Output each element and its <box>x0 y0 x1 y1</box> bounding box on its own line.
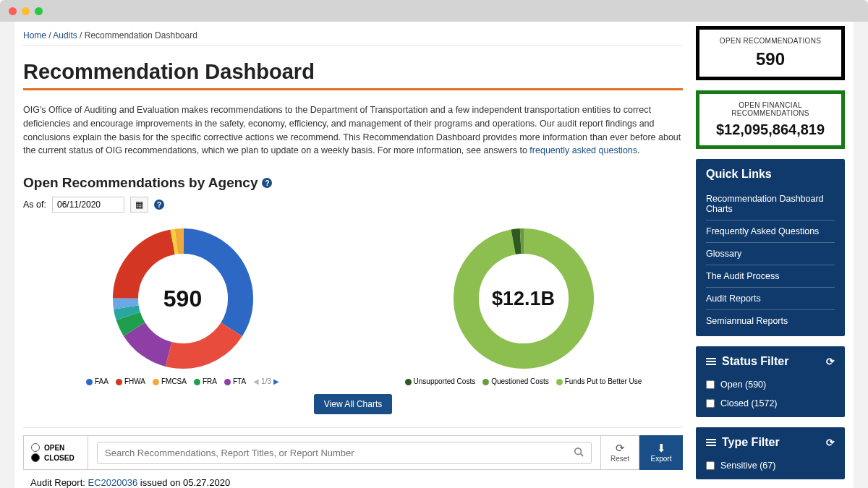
breadcrumb-current: Recommendation Dashboard <box>85 30 197 40</box>
as-of-date-input[interactable] <box>52 197 124 213</box>
legend-item[interactable]: Funds Put to Better Use <box>556 377 642 385</box>
calendar-icon[interactable]: ▦ <box>130 197 148 213</box>
refresh-icon[interactable]: ⟳ <box>826 437 835 448</box>
divider <box>23 427 683 428</box>
financial-legend: Unsupported Costs Questioned Costs Funds… <box>405 377 642 385</box>
status-closed-checkbox[interactable]: Closed (1572) <box>706 394 835 413</box>
open-recs-label: OPEN RECOMMENDATIONS <box>705 37 835 45</box>
help-icon[interactable]: ? <box>154 200 164 210</box>
legend-pager: 1/3 <box>261 377 271 385</box>
breadcrumb-home[interactable]: Home <box>23 30 46 40</box>
minimize-icon[interactable] <box>22 7 30 15</box>
download-icon: ⬇ <box>657 442 666 453</box>
intro-text: OIG's Office of Auditing and Evaluation … <box>23 103 683 158</box>
quick-link[interactable]: Semiannual Reports <box>706 310 835 332</box>
open-closed-filter: OPEN CLOSED <box>23 435 88 470</box>
svg-point-12 <box>575 448 582 454</box>
faq-link[interactable]: frequently asked questions <box>529 145 637 155</box>
as-of-row: As of: ▦ ? <box>23 197 683 213</box>
breadcrumb: Home / Audits / Recommendation Dashboard <box>23 29 683 46</box>
legend-item[interactable]: FTA <box>224 377 246 385</box>
open-recs-value: 590 <box>705 49 835 69</box>
page-title: Recommendation Dashboard <box>23 60 683 84</box>
quick-link[interactable]: The Audit Process <box>706 265 835 288</box>
filter-icon <box>706 439 716 446</box>
financial-donut-chart[interactable]: $12.1B <box>448 223 600 374</box>
agency-legend: FAA FHWA FMCSA FRA FTA ◀ 1/3 ▶ <box>86 377 279 385</box>
legend-item[interactable]: FAA <box>86 377 109 385</box>
help-icon[interactable]: ? <box>262 178 272 188</box>
open-financial-value: $12,095,864,819 <box>705 121 835 138</box>
legend-item[interactable]: FRA <box>194 377 217 385</box>
title-underline <box>23 88 683 90</box>
type-filter-panel: Type Filter ⟳ Sensitive (67) <box>696 427 845 479</box>
type-sensitive-checkbox[interactable]: Sensitive (67) <box>706 456 835 475</box>
refresh-icon[interactable]: ⟳ <box>826 356 835 367</box>
browser-titlebar <box>0 0 868 22</box>
status-open-checkbox[interactable]: Open (590) <box>706 375 835 394</box>
quick-link[interactable]: Frequently Asked Questions <box>706 221 835 243</box>
audit-report-line: Audit Report: EC2020036 issued on 05.27.… <box>23 477 683 488</box>
agency-donut-chart[interactable]: 590 <box>107 223 259 374</box>
open-recs-card: OPEN RECOMMENDATIONS 590 <box>696 26 845 80</box>
quick-links-title: Quick Links <box>706 168 835 181</box>
financial-donut-center: $12.1B <box>448 223 600 374</box>
open-radio[interactable]: OPEN <box>31 443 80 452</box>
legend-item[interactable]: FMCSA <box>153 377 187 385</box>
audit-report-link[interactable]: EC2020036 <box>88 477 138 488</box>
quick-link[interactable]: Glossary <box>706 243 835 265</box>
closed-radio[interactable]: CLOSED <box>31 453 80 462</box>
open-financial-card: OPEN FINANCIAL RECOMMENDATIONS $12,095,8… <box>696 90 845 149</box>
search-icon[interactable] <box>574 447 584 459</box>
quick-link[interactable]: Audit Reports <box>706 288 835 310</box>
as-of-label: As of: <box>23 200 46 210</box>
quick-links-panel: Quick Links Recommendation Dashboard Cha… <box>696 159 845 336</box>
section-heading: Open Recommendations by Agency ? <box>23 175 683 191</box>
status-filter-title: Status Filter <box>722 355 788 368</box>
svg-line-13 <box>581 453 584 456</box>
close-icon[interactable] <box>9 7 17 15</box>
search-input[interactable] <box>105 448 574 458</box>
type-filter-title: Type Filter <box>722 436 780 449</box>
legend-item[interactable]: FHWA <box>116 377 145 385</box>
legend-next-icon[interactable]: ▶ <box>273 377 279 385</box>
maximize-icon[interactable] <box>35 7 43 15</box>
filter-icon <box>706 358 716 365</box>
reset-button[interactable]: ⟳ Reset <box>600 435 639 470</box>
legend-item[interactable]: Questioned Costs <box>482 377 549 385</box>
legend-item[interactable]: Unsupported Costs <box>405 377 476 385</box>
breadcrumb-audits[interactable]: Audits <box>53 30 77 40</box>
status-filter-panel: Status Filter ⟳ Open (590) Closed (1572) <box>696 346 845 417</box>
quick-link[interactable]: Recommendation Dashboard Charts <box>706 188 835 221</box>
export-button[interactable]: ⬇ Export <box>639 435 683 470</box>
legend-prev-icon[interactable]: ◀ <box>253 377 259 385</box>
view-all-charts-button[interactable]: View All Charts <box>314 394 392 414</box>
agency-donut-center: 590 <box>107 223 259 374</box>
open-financial-label: OPEN FINANCIAL RECOMMENDATIONS <box>705 101 835 117</box>
refresh-icon: ⟳ <box>616 442 625 453</box>
